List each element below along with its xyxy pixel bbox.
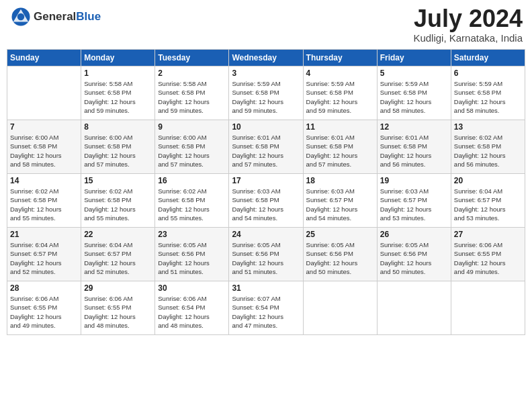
calendar-cell: 11Sunrise: 6:01 AM Sunset: 6:58 PM Dayli… — [303, 120, 377, 174]
day-info: Sunrise: 6:00 AM Sunset: 6:58 PM Dayligh… — [158, 133, 226, 169]
logo-blue: Blue — [76, 10, 101, 23]
day-number: 15 — [84, 176, 152, 185]
day-number: 3 — [232, 68, 300, 78]
day-info: Sunrise: 6:03 AM Sunset: 6:58 PM Dayligh… — [232, 187, 300, 222]
logo-icon — [11, 7, 31, 27]
calendar-cell: 31Sunrise: 6:07 AM Sunset: 6:54 PM Dayli… — [229, 281, 303, 335]
day-info: Sunrise: 5:59 AM Sunset: 6:58 PM Dayligh… — [454, 79, 522, 115]
day-number: 12 — [380, 122, 448, 132]
day-info: Sunrise: 6:05 AM Sunset: 6:56 PM Dayligh… — [306, 240, 374, 276]
calendar-cell: 20Sunrise: 6:04 AM Sunset: 6:57 PM Dayli… — [451, 174, 525, 228]
calendar-cell: 13Sunrise: 6:02 AM Sunset: 6:58 PM Dayli… — [451, 120, 525, 174]
day-info: Sunrise: 5:59 AM Sunset: 6:58 PM Dayligh… — [306, 79, 374, 115]
day-number: 30 — [158, 283, 226, 293]
day-number: 13 — [454, 122, 522, 132]
svg-point-2 — [17, 13, 25, 21]
day-number: 14 — [10, 176, 78, 185]
calendar-cell: 17Sunrise: 6:03 AM Sunset: 6:58 PM Dayli… — [229, 174, 303, 228]
calendar-cell: 29Sunrise: 6:06 AM Sunset: 6:55 PM Dayli… — [81, 281, 155, 335]
day-info: Sunrise: 6:00 AM Sunset: 6:58 PM Dayligh… — [10, 133, 78, 169]
day-number: 8 — [84, 122, 152, 132]
day-number: 5 — [380, 68, 448, 78]
day-info: Sunrise: 6:02 AM Sunset: 6:58 PM Dayligh… — [158, 187, 226, 222]
day-number: 2 — [158, 68, 226, 78]
calendar-cell: 15Sunrise: 6:02 AM Sunset: 6:58 PM Dayli… — [81, 174, 155, 228]
day-info: Sunrise: 5:59 AM Sunset: 6:58 PM Dayligh… — [232, 79, 300, 115]
calendar-cell: 9Sunrise: 6:00 AM Sunset: 6:58 PM Daylig… — [155, 120, 229, 174]
day-number: 29 — [84, 283, 152, 293]
day-number: 22 — [84, 230, 152, 239]
calendar-cell: 1Sunrise: 5:58 AM Sunset: 6:58 PM Daylig… — [81, 66, 155, 120]
col-saturday: Saturday — [451, 50, 525, 66]
calendar-table: Sunday Monday Tuesday Wednesday Thursday… — [7, 49, 525, 335]
day-info: Sunrise: 6:02 AM Sunset: 6:58 PM Dayligh… — [10, 187, 78, 222]
day-info: Sunrise: 6:06 AM Sunset: 6:55 PM Dayligh… — [10, 294, 78, 330]
month-year: July 2024 — [413, 7, 523, 31]
day-number: 11 — [306, 122, 374, 132]
day-info: Sunrise: 5:59 AM Sunset: 6:58 PM Dayligh… — [380, 79, 448, 115]
day-info: Sunrise: 5:58 AM Sunset: 6:58 PM Dayligh… — [158, 79, 226, 115]
day-number: 21 — [10, 230, 78, 239]
calendar-cell: 22Sunrise: 6:04 AM Sunset: 6:57 PM Dayli… — [81, 228, 155, 281]
day-info: Sunrise: 6:00 AM Sunset: 6:58 PM Dayligh… — [84, 133, 152, 169]
day-number: 26 — [380, 230, 448, 239]
calendar-cell: 25Sunrise: 6:05 AM Sunset: 6:56 PM Dayli… — [303, 228, 377, 281]
day-number: 9 — [158, 122, 226, 132]
day-info: Sunrise: 6:06 AM Sunset: 6:55 PM Dayligh… — [84, 294, 152, 330]
col-friday: Friday — [377, 50, 451, 66]
calendar-cell: 21Sunrise: 6:04 AM Sunset: 6:57 PM Dayli… — [7, 228, 81, 281]
day-number: 10 — [232, 122, 300, 132]
calendar-cell: 19Sunrise: 6:03 AM Sunset: 6:57 PM Dayli… — [377, 174, 451, 228]
day-info: Sunrise: 6:01 AM Sunset: 6:58 PM Dayligh… — [306, 133, 374, 169]
calendar-cell — [303, 281, 377, 335]
calendar-cell: 8Sunrise: 6:00 AM Sunset: 6:58 PM Daylig… — [81, 120, 155, 174]
calendar-cell: 30Sunrise: 6:06 AM Sunset: 6:54 PM Dayli… — [155, 281, 229, 335]
day-number: 6 — [454, 68, 522, 78]
col-wednesday: Wednesday — [229, 50, 303, 66]
logo: GeneralBlue — [9, 7, 101, 27]
col-sunday: Sunday — [7, 50, 81, 66]
day-info: Sunrise: 6:05 AM Sunset: 6:56 PM Dayligh… — [232, 240, 300, 276]
day-number: 23 — [158, 230, 226, 239]
day-info: Sunrise: 6:02 AM Sunset: 6:58 PM Dayligh… — [84, 187, 152, 222]
day-info: Sunrise: 6:04 AM Sunset: 6:57 PM Dayligh… — [10, 240, 78, 276]
calendar-cell: 14Sunrise: 6:02 AM Sunset: 6:58 PM Dayli… — [7, 174, 81, 228]
calendar-cell — [377, 281, 451, 335]
calendar-cell — [7, 66, 81, 120]
day-number: 28 — [10, 283, 78, 293]
page-header: GeneralBlue July 2024 Kudligi, Karnataka… — [7, 7, 525, 44]
day-number: 17 — [232, 176, 300, 185]
calendar-cell: 3Sunrise: 5:59 AM Sunset: 6:58 PM Daylig… — [229, 66, 303, 120]
day-info: Sunrise: 6:03 AM Sunset: 6:57 PM Dayligh… — [380, 187, 448, 222]
col-thursday: Thursday — [303, 50, 377, 66]
day-info: Sunrise: 6:02 AM Sunset: 6:58 PM Dayligh… — [454, 133, 522, 169]
calendar-cell: 7Sunrise: 6:00 AM Sunset: 6:58 PM Daylig… — [7, 120, 81, 174]
calendar-week-row: 1Sunrise: 5:58 AM Sunset: 6:58 PM Daylig… — [7, 66, 525, 120]
title-block: July 2024 Kudligi, Karnataka, India — [413, 7, 523, 44]
calendar-cell: 18Sunrise: 6:03 AM Sunset: 6:57 PM Dayli… — [303, 174, 377, 228]
calendar-week-row: 14Sunrise: 6:02 AM Sunset: 6:58 PM Dayli… — [7, 174, 525, 228]
calendar-cell: 26Sunrise: 6:05 AM Sunset: 6:56 PM Dayli… — [377, 228, 451, 281]
calendar-cell: 2Sunrise: 5:58 AM Sunset: 6:58 PM Daylig… — [155, 66, 229, 120]
day-info: Sunrise: 6:04 AM Sunset: 6:57 PM Dayligh… — [84, 240, 152, 276]
day-number: 16 — [158, 176, 226, 185]
calendar-cell: 27Sunrise: 6:06 AM Sunset: 6:55 PM Dayli… — [451, 228, 525, 281]
day-number: 1 — [84, 68, 152, 78]
day-info: Sunrise: 6:01 AM Sunset: 6:58 PM Dayligh… — [380, 133, 448, 169]
day-info: Sunrise: 5:58 AM Sunset: 6:58 PM Dayligh… — [84, 79, 152, 115]
day-info: Sunrise: 6:01 AM Sunset: 6:58 PM Dayligh… — [232, 133, 300, 169]
day-number: 20 — [454, 176, 522, 185]
calendar-cell: 16Sunrise: 6:02 AM Sunset: 6:58 PM Dayli… — [155, 174, 229, 228]
day-info: Sunrise: 6:06 AM Sunset: 6:54 PM Dayligh… — [158, 294, 226, 330]
calendar-cell: 23Sunrise: 6:05 AM Sunset: 6:56 PM Dayli… — [155, 228, 229, 281]
calendar-header: Sunday Monday Tuesday Wednesday Thursday… — [7, 50, 525, 66]
day-number: 25 — [306, 230, 374, 239]
calendar-cell: 24Sunrise: 6:05 AM Sunset: 6:56 PM Dayli… — [229, 228, 303, 281]
day-info: Sunrise: 6:04 AM Sunset: 6:57 PM Dayligh… — [454, 187, 522, 222]
calendar-cell — [451, 281, 525, 335]
day-info: Sunrise: 6:05 AM Sunset: 6:56 PM Dayligh… — [380, 240, 448, 276]
day-number: 19 — [380, 176, 448, 185]
calendar-week-row: 28Sunrise: 6:06 AM Sunset: 6:55 PM Dayli… — [7, 281, 525, 335]
col-monday: Monday — [81, 50, 155, 66]
calendar-week-row: 21Sunrise: 6:04 AM Sunset: 6:57 PM Dayli… — [7, 228, 525, 281]
